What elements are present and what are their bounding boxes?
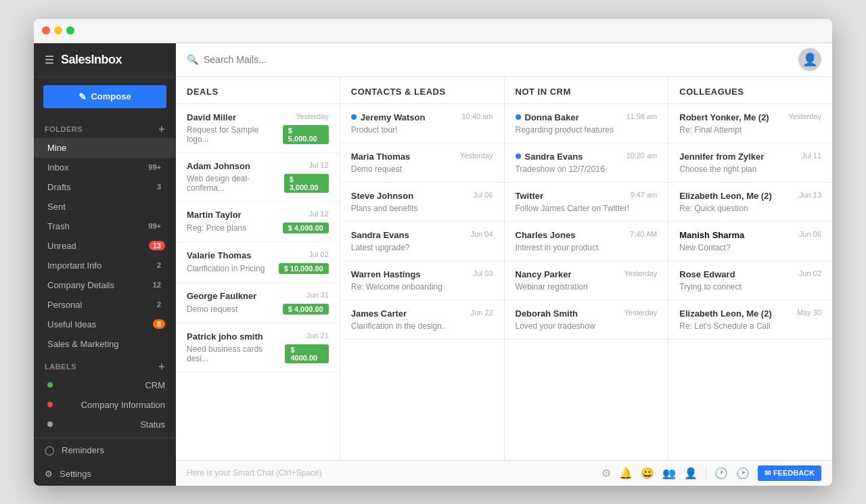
mail-preview: Regarding product features bbox=[516, 125, 658, 135]
deal-badge: $ 4000.00 bbox=[285, 344, 328, 363]
sidebar-item-company-details[interactable]: Company Details12 bbox=[34, 275, 176, 295]
compose-button[interactable]: ✎ Compose bbox=[43, 85, 166, 108]
mail-item-top: Charles Jones7:40 AM bbox=[516, 230, 658, 240]
mail-item[interactable]: Nancy ParkerYesterdayWebinar registratio… bbox=[505, 261, 668, 300]
maximize-button[interactable] bbox=[66, 26, 74, 35]
column-deals: DEALSDavid MillerYesterdayRequest for Sa… bbox=[176, 77, 340, 460]
people-icon[interactable]: 👥 bbox=[662, 467, 676, 480]
sidebar-item-useful-ideas[interactable]: Useful Ideas8 bbox=[34, 315, 176, 334]
mail-item-top: Patrick joho smithJun 21 bbox=[187, 331, 329, 342]
close-button[interactable] bbox=[42, 26, 50, 35]
history-icon[interactable]: 🕑 bbox=[736, 467, 750, 480]
search-input[interactable] bbox=[204, 54, 407, 65]
mail-item[interactable]: Elizabeth Leon, Me (2)Jun 13Re: Quick qu… bbox=[668, 183, 832, 222]
nav-badge: 3 bbox=[153, 182, 165, 191]
main-content: 🔍 👤 DEALSDavid MillerYesterdayRequest fo… bbox=[176, 43, 832, 486]
sidebar-item-sent[interactable]: Sent bbox=[34, 197, 176, 216]
sidebar-item-inbox[interactable]: Inbox99+ bbox=[34, 158, 176, 177]
mail-item[interactable]: Sandra EvansJun 04Latest upgrade? bbox=[340, 222, 504, 261]
minimize-button[interactable] bbox=[54, 26, 62, 35]
emoji-icon[interactable]: 😀 bbox=[641, 467, 654, 480]
mail-item[interactable]: Sandra Evans10:20 amTradeshow on 12/7/20… bbox=[505, 143, 668, 183]
unread-dot bbox=[516, 114, 521, 120]
nav-label: Trash bbox=[47, 221, 70, 231]
sidebar-item-trash[interactable]: Trash99+ bbox=[34, 216, 176, 236]
mail-sender: Warren Hastings bbox=[351, 269, 421, 279]
divider bbox=[706, 466, 706, 480]
mail-item[interactable]: Jennifer from ZylkerJul 11Choose the rig… bbox=[668, 143, 832, 183]
label-dot bbox=[47, 402, 53, 407]
mail-date: 10:40 am bbox=[462, 112, 493, 120]
reminders-label: Reminders bbox=[62, 445, 104, 455]
search-icon: 🔍 bbox=[187, 54, 198, 65]
mail-date: Jun 21 bbox=[306, 331, 329, 340]
nav-badge: 2 bbox=[153, 260, 165, 270]
mail-sender: Steve Johnson bbox=[351, 191, 413, 201]
hamburger-icon[interactable]: ☰ bbox=[45, 53, 54, 66]
mail-date: Jul 03 bbox=[473, 269, 493, 277]
mail-item[interactable]: Adam JohnsonJul 12Web design deal-confir… bbox=[176, 153, 340, 202]
sidebar-item-personal[interactable]: Personal2 bbox=[34, 295, 176, 315]
unread-dot bbox=[516, 154, 521, 159]
mail-item[interactable]: Patrick joho smithJun 21Need business ca… bbox=[176, 323, 340, 372]
mail-sender: David Miller bbox=[187, 112, 236, 122]
mail-item[interactable]: Steve JohnsonJul 06Plans and benefits bbox=[340, 183, 504, 222]
settings-bottom-icon[interactable]: ⚙ bbox=[601, 467, 611, 480]
mail-item[interactable]: Robert Yonker, Me (2)YesterdayRe: Final … bbox=[668, 104, 832, 143]
label-item-crm[interactable]: CRM bbox=[34, 375, 176, 395]
nav-items-list: Inbox99+Drafts3SentTrash99+Unread13Impor… bbox=[34, 158, 176, 354]
mail-preview: Clarification in the design.. bbox=[351, 321, 493, 331]
mail-sender: Twitter bbox=[516, 191, 544, 201]
nav-badge: 13 bbox=[149, 241, 165, 250]
feedback-button[interactable]: ✉ FEEDBACK bbox=[758, 465, 821, 481]
compose-icon: ✎ bbox=[78, 91, 87, 102]
mail-date: Jun 13 bbox=[799, 191, 821, 199]
deal-badge: $ 4,000.00 bbox=[283, 223, 329, 233]
nav-badge: 99+ bbox=[144, 221, 165, 231]
mail-item-top: Valarie ThomasJul 02 bbox=[187, 250, 329, 260]
label-item-company-information[interactable]: Company Information bbox=[34, 395, 176, 415]
clock-icon[interactable]: 🕐 bbox=[714, 467, 728, 480]
mail-item[interactable]: Charles Jones7:40 AMInterest in your pro… bbox=[505, 222, 668, 261]
sidebar-item-drafts[interactable]: Drafts3 bbox=[34, 177, 176, 197]
mail-item[interactable]: James CarterJun 22Clarification in the d… bbox=[340, 300, 504, 340]
mail-item-top: Jennifer from ZylkerJul 11 bbox=[679, 152, 821, 162]
sidebar-item-important-info[interactable]: Important Info2 bbox=[34, 256, 176, 275]
mail-item[interactable]: David MillerYesterdayRequest for Sample … bbox=[176, 104, 340, 153]
person-icon[interactable]: 👤 bbox=[684, 467, 698, 480]
mail-item[interactable]: Deborah SmithYesterdayLoved your tradesh… bbox=[505, 300, 668, 340]
mail-item[interactable]: Donna Baker11:58 amRegarding product fea… bbox=[505, 104, 668, 143]
label-item-status[interactable]: Status bbox=[34, 415, 176, 434]
labels-section-header: Labels + bbox=[34, 354, 176, 375]
sidebar-item-sales-&-marketing[interactable]: Sales & Marketing bbox=[34, 334, 176, 354]
mail-date: Jul 11 bbox=[802, 152, 821, 160]
sidebar-item-unread[interactable]: Unread13 bbox=[34, 236, 176, 256]
mail-item[interactable]: Maria ThomasYesterdayDemo request bbox=[340, 143, 504, 183]
folders-add-icon[interactable]: + bbox=[158, 123, 165, 135]
mail-item[interactable]: Elizabeth Leon, Me (2)May 30Re: Let's Sc… bbox=[668, 300, 832, 340]
mail-item[interactable]: Rose EdwardJun 02Trying to connect bbox=[668, 261, 832, 300]
column-header-colleagues: COLLEAGUES bbox=[668, 77, 832, 104]
sidebar-item-mine[interactable]: Mine bbox=[34, 138, 176, 158]
mail-item[interactable]: Jeremy Watson10:40 amProduct tour! bbox=[340, 104, 504, 143]
mail-item-top: Adam JohnsonJul 12 bbox=[187, 161, 329, 171]
column-colleagues: COLLEAGUESRobert Yonker, Me (2)Yesterday… bbox=[668, 77, 832, 460]
compose-label: Compose bbox=[91, 91, 131, 101]
mail-item[interactable]: Warren HastingsJul 03Re: Welcome onboard… bbox=[340, 261, 504, 300]
mail-item[interactable]: Twitter9:47 amFollow James Carter on Twi… bbox=[505, 183, 668, 222]
settings-item[interactable]: ⚙ Settings bbox=[34, 462, 176, 486]
notification-icon[interactable]: 🔔 bbox=[619, 467, 633, 480]
sender-area: Donna Baker bbox=[516, 112, 579, 122]
titlebar bbox=[34, 19, 832, 43]
bottombar: Here is your Smart Chat (Ctrl+Space) ⚙ 🔔… bbox=[176, 460, 832, 486]
reminders-item[interactable]: ◯ Reminders bbox=[34, 438, 176, 462]
mail-item[interactable]: Valarie ThomasJul 02Clarification in Pri… bbox=[176, 242, 340, 283]
search-area: 🔍 bbox=[187, 54, 798, 65]
mail-item[interactable]: Manish SharmaJun 06New Contact? bbox=[668, 222, 832, 261]
mail-date: Jul 02 bbox=[309, 250, 328, 258]
label-text: Company Information bbox=[81, 400, 165, 410]
mail-item[interactable]: George FaulknerJun 31Demo request$ 4,000… bbox=[176, 283, 340, 323]
sender-area: Sandra Evans bbox=[351, 230, 409, 240]
labels-add-icon[interactable]: + bbox=[158, 361, 165, 373]
mail-item[interactable]: Martin TaylorJul 12Reg: Price plans$ 4,0… bbox=[176, 202, 340, 242]
